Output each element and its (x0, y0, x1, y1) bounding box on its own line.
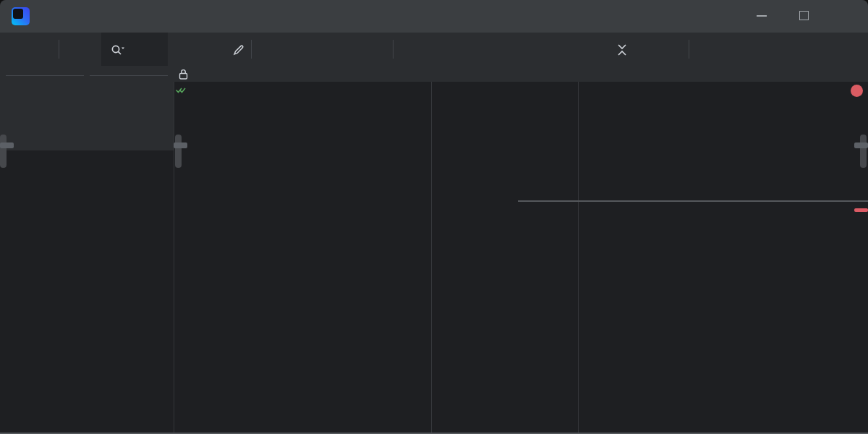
maximize-icon (799, 11, 809, 20)
revert-selection-button[interactable] (139, 33, 159, 66)
right-editor-scrollbar[interactable] (860, 135, 867, 168)
left-editor-scrollbar[interactable] (175, 135, 182, 168)
revert-button[interactable] (12, 33, 32, 66)
toolbar-divider (59, 40, 59, 59)
toolbar (0, 33, 868, 66)
toolbar-divider (393, 40, 393, 59)
sidebar-background (0, 150, 174, 434)
error-count-badge[interactable] (851, 85, 863, 97)
toolbar-divider (251, 40, 252, 59)
diff-change-polygon (432, 82, 578, 434)
webstorm-logo-icon (12, 7, 30, 25)
edit-source-button[interactable] (229, 33, 249, 66)
sidebar-scrollbar-marker (0, 142, 14, 148)
minimize-icon (757, 15, 767, 17)
help-button[interactable] (65, 33, 85, 66)
right-editor[interactable] (579, 82, 868, 434)
collapse-icon (615, 43, 629, 57)
right-scrollbar-change-marker (854, 142, 868, 148)
toolbar-divider (689, 40, 689, 59)
history-sidebar (0, 66, 174, 434)
lock-icon (179, 69, 188, 80)
collapse-unchanged-button[interactable] (612, 33, 632, 66)
minimize-button[interactable] (747, 0, 776, 33)
webstorm-local-history-window (0, 0, 868, 434)
previous-difference-button[interactable] (179, 33, 200, 66)
close-button[interactable] (831, 0, 860, 33)
titlebar (0, 0, 868, 33)
history-period-header (0, 66, 174, 85)
left-editor[interactable] (174, 82, 431, 434)
maximize-button[interactable] (789, 0, 818, 33)
right-scrollbar-deletion-marker (854, 208, 868, 212)
left-scrollbar-change-marker (174, 142, 187, 148)
pencil-icon (231, 43, 246, 57)
next-difference-button[interactable] (205, 33, 225, 66)
search-button[interactable] (108, 33, 128, 66)
search-icon (110, 43, 126, 57)
sidebar-scrollbar[interactable] (0, 135, 7, 168)
deletion-marker-line (518, 200, 868, 202)
inspections-passed-widget[interactable] (175, 85, 187, 98)
create-patch-button[interactable] (35, 33, 55, 66)
diff-header (174, 66, 868, 82)
double-check-icon (175, 85, 187, 95)
diff-gutter (431, 82, 579, 434)
diff-help-button[interactable] (693, 33, 713, 66)
settings-button[interactable] (664, 33, 684, 66)
